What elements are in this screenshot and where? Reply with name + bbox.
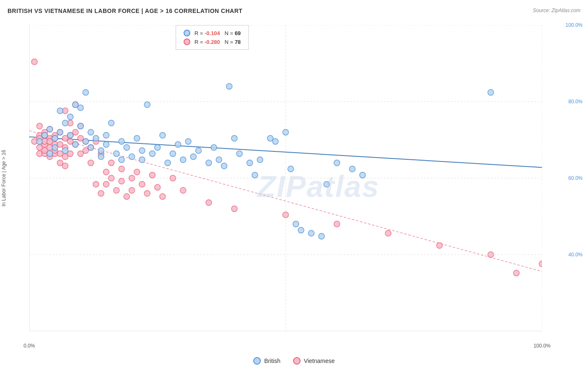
svg-point-116: [124, 145, 130, 151]
x-tick-0: 0.0%: [23, 343, 35, 349]
chart-title: BRITISH VS VIETNAMESE IN LABOR FORCE | A…: [8, 8, 243, 14]
svg-point-129: [185, 138, 191, 144]
bottom-vietnamese-label: Vietnamese: [304, 358, 335, 364]
svg-point-125: [165, 160, 171, 166]
svg-point-103: [83, 138, 89, 144]
svg-point-90: [47, 126, 53, 132]
svg-point-91: [52, 145, 58, 151]
svg-point-139: [247, 160, 253, 166]
svg-point-97: [67, 114, 73, 120]
svg-point-128: [180, 157, 186, 163]
svg-point-63: [108, 175, 114, 181]
svg-point-68: [129, 175, 135, 181]
svg-point-108: [98, 148, 104, 153]
svg-point-138: [237, 151, 243, 156]
svg-point-115: [119, 157, 125, 163]
svg-point-84: [488, 252, 493, 258]
svg-point-134: [216, 157, 222, 163]
svg-point-122: [149, 151, 155, 156]
svg-point-67: [124, 194, 130, 199]
vietnamese-r-value: -0.280: [205, 39, 220, 45]
svg-point-143: [272, 138, 278, 144]
svg-point-69: [129, 187, 135, 193]
svg-point-81: [334, 221, 340, 227]
svg-point-110: [103, 141, 109, 147]
svg-point-153: [360, 172, 366, 178]
svg-point-104: [83, 89, 89, 95]
svg-point-131: [196, 148, 202, 153]
bottom-vietnamese-swatch: [293, 357, 301, 365]
y-tick-40: 40.0%: [568, 252, 583, 258]
svg-point-117: [129, 154, 135, 160]
svg-point-10: [31, 59, 37, 65]
svg-point-107: [93, 135, 99, 141]
svg-point-89: [47, 151, 53, 156]
svg-point-94: [57, 108, 63, 114]
vietnamese-n-value: 78: [235, 39, 240, 45]
svg-point-140: [252, 172, 258, 178]
svg-point-95: [62, 148, 68, 153]
svg-point-130: [190, 154, 196, 160]
legend-vietnamese-swatch: [184, 38, 190, 45]
y-tick-100: 100.0%: [565, 22, 583, 28]
svg-point-109: [98, 154, 104, 160]
svg-point-133: [211, 145, 217, 151]
svg-point-147: [298, 227, 304, 233]
y-tick-80: 80.0%: [568, 99, 583, 105]
data-svg: [29, 25, 542, 331]
svg-point-85: [539, 261, 542, 267]
svg-point-145: [288, 166, 294, 172]
svg-point-14: [37, 123, 43, 129]
svg-point-61: [103, 181, 109, 187]
bottom-legend-vietnamese: Vietnamese: [293, 357, 335, 365]
svg-point-146: [293, 221, 299, 227]
svg-point-124: [160, 133, 166, 138]
svg-point-88: [42, 133, 48, 138]
legend-british: R = -0.104 N = 69: [184, 30, 241, 36]
bottom-british-swatch: [253, 357, 261, 365]
svg-point-98: [67, 133, 73, 138]
bottom-british-label: British: [264, 358, 281, 364]
svg-point-79: [231, 206, 237, 212]
svg-point-92: [52, 135, 58, 141]
legend-british-text: R = -0.104 N = 69: [194, 30, 241, 36]
bottom-legend-british: British: [253, 357, 281, 365]
svg-point-151: [334, 160, 340, 166]
svg-point-70: [134, 169, 140, 175]
british-r-value: -0.104: [205, 30, 220, 36]
svg-point-71: [139, 181, 145, 187]
y-axis-label: In Labor Force | Age > 16: [0, 25, 8, 331]
svg-point-93: [57, 129, 63, 135]
svg-point-114: [119, 138, 125, 144]
legend-box: R = -0.104 N = 69 R = -0.280 N = 78: [176, 25, 249, 50]
svg-point-152: [349, 166, 355, 172]
svg-point-120: [139, 157, 145, 163]
bottom-legend: British Vietnamese: [253, 357, 335, 365]
svg-point-106: [88, 145, 94, 151]
svg-point-60: [103, 169, 109, 175]
svg-point-127: [175, 141, 181, 147]
svg-point-75: [160, 194, 166, 199]
svg-point-105: [88, 129, 94, 135]
svg-point-55: [88, 160, 94, 166]
svg-point-144: [283, 129, 289, 135]
svg-point-74: [155, 184, 161, 190]
svg-point-141: [257, 157, 263, 163]
svg-point-126: [170, 151, 176, 156]
svg-point-154: [488, 89, 493, 95]
svg-point-62: [108, 160, 114, 166]
svg-point-112: [108, 120, 114, 126]
svg-point-83: [437, 243, 442, 248]
svg-point-135: [221, 163, 227, 169]
svg-point-76: [170, 175, 176, 181]
svg-point-149: [319, 233, 325, 239]
svg-point-119: [139, 148, 145, 153]
svg-point-78: [206, 200, 212, 206]
svg-point-59: [98, 191, 104, 197]
svg-point-73: [149, 172, 155, 178]
svg-point-87: [37, 138, 43, 144]
svg-point-113: [113, 151, 119, 156]
svg-point-101: [78, 123, 84, 129]
legend-british-swatch: [184, 30, 190, 36]
legend-vietnamese: R = -0.280 N = 78: [184, 38, 241, 45]
